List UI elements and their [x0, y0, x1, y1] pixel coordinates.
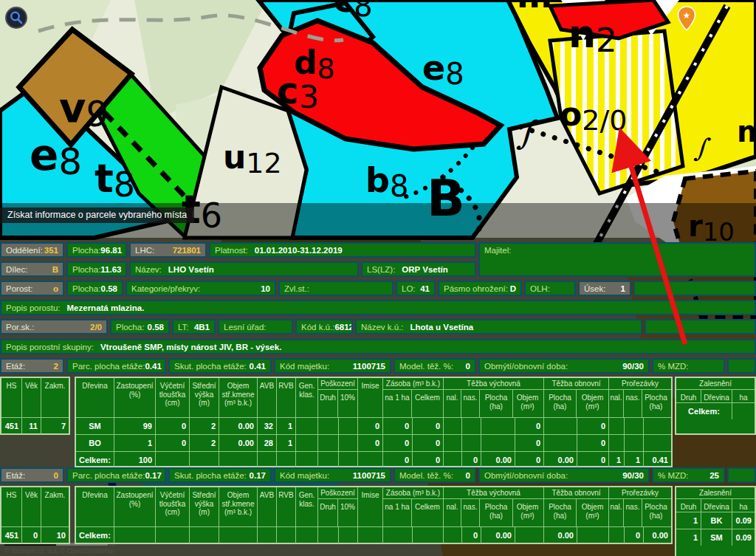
column-group: Prořezávkynal.nas.Plocha (ha): [609, 487, 671, 526]
table-cell: 0: [413, 435, 444, 451]
table-cell: 1: [277, 435, 296, 451]
column-header: Zakm.: [41, 487, 69, 526]
etaz1-cell: Etáž:2: [0, 358, 64, 374]
column-group-label: Zásoba (m³ b.k.): [383, 487, 443, 499]
table-cell: [318, 452, 339, 468]
column-group-label: Prořezávky: [609, 378, 671, 390]
column-group-label: Těžba obnovní: [544, 378, 608, 390]
table-block: ZalesněníDruhDřevinaha1BK0.091SM0.09: [675, 486, 756, 556]
table-cell: [644, 418, 671, 434]
search-button[interactable]: [5, 7, 27, 29]
table-cell: [339, 452, 358, 468]
column-header: Střední výška (m): [190, 487, 219, 526]
column-group: Těžba výchovnánal.nas.Plocha (ha)Objem (…: [444, 378, 544, 417]
table-cell: 0: [413, 452, 444, 468]
svg-text:★: ★: [683, 10, 691, 21]
table-block: DřevinaZastoupení (%)Výčetní tloušťka (c…: [75, 486, 673, 544]
table-cell: 0: [515, 435, 544, 451]
table-cell: 7: [41, 418, 69, 434]
column-group: Prořezávkynal.nas.Plocha (ha): [609, 378, 671, 417]
kodku-cell: Kód k.ú.:681245: [295, 319, 353, 334]
table-cell: [339, 435, 358, 451]
table-row: nal.nas.Plocha (ha): [609, 390, 671, 417]
plocha-dilec-cell: Plocha:11.63: [66, 261, 127, 277]
column-group-label: Těžba výchovná: [444, 487, 543, 499]
table-cell: 0: [462, 452, 481, 468]
table-cell: 0.00: [219, 418, 258, 434]
column-header: Objem stř.kmene (m³ b.k.): [219, 487, 258, 526]
table-cell: 451: [1, 527, 22, 543]
etaz2-kod-cell: Kód majetku:1100715: [274, 467, 391, 483]
column-header: 10%: [338, 390, 357, 417]
column-header: RVB: [277, 378, 296, 417]
column-header: Plocha (ha): [544, 390, 577, 417]
table-cell: [277, 452, 296, 468]
column-header: Imise: [358, 487, 383, 526]
table-cell: [444, 418, 462, 434]
column-group: ZalesněníDruhDřevinaha: [676, 487, 755, 512]
column-header: Druh: [318, 390, 338, 417]
column-header: Dřevina: [701, 390, 732, 402]
table-cell: BK: [701, 512, 732, 529]
etaz2-obmyti-cell: Obmýtí/obnovní doba:90/30: [478, 467, 650, 483]
dilec-cell: Dílec:B: [0, 261, 64, 277]
table-row: Plocha (ha)Objem (m³): [544, 499, 608, 526]
table-cell: 32: [258, 418, 277, 434]
table-row: Druh10%: [318, 390, 357, 417]
table-block: ZalesněníDruhDřevinahaCelkem:: [675, 377, 756, 435]
table-cell: 1: [676, 529, 701, 546]
location-pin-icon[interactable]: ★: [676, 6, 697, 32]
lslz-cell: LS(LZ):ORP Vsetín: [361, 261, 476, 277]
column-group-label: Těžba výchovná: [444, 378, 543, 390]
table-row: nal.nas.Plocha (ha)Objem (m³): [444, 499, 543, 526]
lo-cell: LO:41: [396, 281, 436, 296]
table-cell: [114, 527, 156, 543]
table-cell: 1: [676, 512, 701, 529]
table-row: Plocha (ha)Objem (m³): [544, 390, 608, 417]
table-cell: [296, 418, 318, 434]
column-header: Celkem: [412, 390, 443, 417]
column-header: HS: [1, 378, 22, 417]
column-group-label: Prořezávky: [609, 487, 671, 499]
lhc-cell: LHC:721801: [129, 242, 207, 258]
column-header: Gen. klas.: [296, 378, 318, 417]
table-cell: [339, 527, 358, 543]
column-header: Celkem: [412, 499, 443, 526]
etaz2-mzd-cell: % MZD:25: [652, 467, 725, 483]
table-cell: [544, 418, 577, 434]
table-cell: BO: [76, 435, 114, 451]
table-cell: 11: [22, 418, 41, 434]
column-header: nal.: [444, 390, 461, 417]
porsk-cell: Por.sk.:2/0: [0, 319, 108, 334]
table-cell: [462, 435, 481, 451]
table-cell: [318, 418, 339, 434]
column-group: PoškozeníDruh10%: [318, 378, 358, 417]
table-row: Druh10%: [318, 499, 357, 526]
column-header: nal.: [609, 390, 624, 417]
table-cell: [296, 435, 318, 451]
table-cell: 100: [114, 452, 156, 468]
table-cell: Celkem:: [76, 452, 114, 468]
column-header: Střední výška (m): [190, 378, 219, 417]
column-group-label: Poškození: [318, 487, 357, 499]
pasmo-cell: Pásmo ohrožení:D: [438, 281, 522, 296]
table-cell: 0: [577, 418, 609, 434]
table-cell: [318, 435, 339, 451]
table-cell: 0: [156, 418, 190, 434]
table-row: DruhDřevinaha: [676, 499, 755, 512]
table-cell: 451: [1, 418, 22, 434]
table-cell: [258, 452, 277, 468]
table-cell: SM: [76, 418, 114, 434]
column-header: Výčetní tloušťka (cm): [156, 487, 190, 526]
table-cell: 1: [114, 435, 156, 451]
etaz1-skut-cell: Skut. plocha etáže:0.41: [168, 358, 272, 374]
column-group: Zásoba (m³ b.k.)na 1 haCelkem: [383, 487, 444, 526]
column-header: nas.: [624, 390, 642, 417]
column-group: ZalesněníDruhDřevinaha: [676, 378, 755, 402]
table-cell: 2: [190, 418, 219, 434]
table-row: DruhDřevinaha: [676, 390, 755, 402]
majitel-cell: Majitel:: [478, 242, 756, 277]
etaz1-obmyti-cell: Obmýtí/obnovní doba:90/30: [478, 358, 650, 374]
column-header: nal.: [444, 499, 461, 526]
column-header: na 1 ha: [383, 390, 412, 417]
